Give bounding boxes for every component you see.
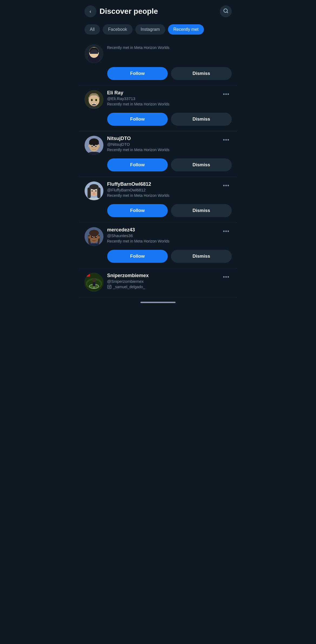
svg-point-42 xyxy=(98,236,100,239)
svg-line-1 xyxy=(227,12,228,13)
dismiss-button-nitsuj[interactable]: Dismiss xyxy=(171,158,232,171)
avatar-sniper: 🎮 xyxy=(85,273,103,292)
follow-button-eli[interactable]: Follow xyxy=(107,113,168,126)
search-button[interactable] xyxy=(220,5,232,17)
action-buttons-fluffy: Follow Dismiss xyxy=(107,204,232,217)
svg-point-40 xyxy=(96,236,96,237)
svg-point-31 xyxy=(91,190,93,192)
svg-text:🎮: 🎮 xyxy=(86,274,88,277)
follow-button-0[interactable]: Follow xyxy=(107,67,168,80)
user-name-sniper: Sniperzombiemex xyxy=(107,273,217,278)
follow-button-nitsuj[interactable]: Follow xyxy=(107,158,168,171)
svg-point-23 xyxy=(98,145,100,147)
user-info-eli: Eli Ray @Eli.Ray33713 Recently met in Me… xyxy=(107,90,217,106)
svg-point-39 xyxy=(92,236,93,237)
user-name-fluffy: FluffyBarnOwl6812 xyxy=(107,181,217,187)
user-info-nitsuj: NitsujDTO @NitsujDTO Recently met in Met… xyxy=(107,136,217,152)
user-card-header-sniper: 🎮 Sniperzombiemex @Sniperzombiemex _samu… xyxy=(85,273,232,292)
svg-point-22 xyxy=(88,145,90,147)
user-card-header-mercedez: mercedez43 @Shauntes36 Recently met in M… xyxy=(85,227,232,246)
user-context-nitsuj: Recently met in Meta Horizon Worlds xyxy=(107,148,217,152)
svg-rect-26 xyxy=(88,187,91,198)
dismiss-button-mercedez[interactable]: Dismiss xyxy=(171,250,232,263)
svg-point-28 xyxy=(89,184,99,190)
filter-tab-facebook[interactable]: Facebook xyxy=(103,24,132,35)
svg-rect-53 xyxy=(107,285,111,288)
user-card-fluffy: FluffyBarnOwl6812 @FluffyBarnOwl6812 Rec… xyxy=(79,177,237,223)
user-card-header-eli: Eli Ray @Eli.Ray33713 Recently met in Me… xyxy=(85,90,232,109)
user-info-fluffy: FluffyBarnOwl6812 @FluffyBarnOwl6812 Rec… xyxy=(107,181,217,198)
user-card-nitsuj: NitsujDTO @NitsujDTO Recently met in Met… xyxy=(79,131,237,177)
svg-point-20 xyxy=(91,145,93,147)
avatar-mercedez xyxy=(85,227,103,246)
more-button-mercedez[interactable]: ••• xyxy=(221,227,231,235)
svg-rect-27 xyxy=(97,187,100,198)
svg-point-10 xyxy=(95,99,97,101)
filter-tabs: All Facebook Instagram Recently met xyxy=(79,20,237,40)
user-info-0: Recently met in Meta Horizon Worlds xyxy=(107,44,232,50)
user-name-nitsuj: NitsujDTO xyxy=(107,136,217,141)
user-context-eli: Recently met in Meta Horizon Worlds xyxy=(107,102,217,106)
back-button[interactable]: ‹ xyxy=(85,5,96,17)
user-card-sniper: 🎮 Sniperzombiemex @Sniperzombiemex _samu… xyxy=(79,268,237,297)
svg-point-54 xyxy=(109,286,110,287)
svg-rect-12 xyxy=(92,104,94,104)
search-icon xyxy=(223,8,228,15)
user-context-mercedez: Recently met in Meta Horizon Worlds xyxy=(107,239,217,243)
more-button-nitsuj[interactable]: ••• xyxy=(221,136,231,144)
follow-button-fluffy[interactable]: Follow xyxy=(107,204,168,217)
svg-point-21 xyxy=(95,145,96,147)
user-handle-fluffy: @FluffyBarnOwl6812 xyxy=(107,188,217,192)
filter-tab-all[interactable]: All xyxy=(85,24,100,35)
user-info-sniper: Sniperzombiemex @Sniperzombiemex _samuel… xyxy=(107,273,217,289)
user-handle-nitsuj: @NitsujDTO xyxy=(107,142,217,147)
user-name-eli: Eli Ray xyxy=(107,90,217,96)
dismiss-button-fluffy[interactable]: Dismiss xyxy=(171,204,232,217)
bottom-bar xyxy=(79,297,237,307)
user-card-header-0: Recently met in Meta Horizon Worlds xyxy=(85,44,232,63)
filter-tab-recently-met[interactable]: Recently met xyxy=(168,24,204,35)
user-context-sniper: _samuel_delgado_ xyxy=(107,285,217,289)
svg-point-32 xyxy=(95,190,96,192)
user-card-mercedez: mercedez43 @Shauntes36 Recently met in M… xyxy=(79,223,237,268)
more-button-sniper[interactable]: ••• xyxy=(221,273,231,281)
more-button-fluffy[interactable]: ••• xyxy=(221,181,231,190)
chevron-left-icon: ‹ xyxy=(90,9,91,14)
svg-rect-13 xyxy=(94,104,96,104)
avatar-nitsuj xyxy=(85,136,103,155)
more-button-eli[interactable]: ••• xyxy=(221,90,231,98)
user-info-mercedez: mercedez43 @Shauntes36 Recently met in M… xyxy=(107,227,217,243)
user-card-header-fluffy: FluffyBarnOwl6812 @FluffyBarnOwl6812 Rec… xyxy=(85,181,232,200)
header: ‹ Discover people xyxy=(79,0,237,20)
user-handle-mercedez: @Shauntes36 xyxy=(107,233,217,238)
user-card-0: Recently met in Meta Horizon Worlds Foll… xyxy=(79,40,237,86)
user-card-header-nitsuj: NitsujDTO @NitsujDTO Recently met in Met… xyxy=(85,136,232,155)
svg-point-36 xyxy=(89,230,99,236)
action-buttons-nitsuj: Follow Dismiss xyxy=(107,158,232,171)
action-buttons-eli: Follow Dismiss xyxy=(107,113,232,126)
dismiss-button-eli[interactable]: Dismiss xyxy=(171,113,232,126)
avatar-eli xyxy=(85,90,103,109)
svg-rect-17 xyxy=(89,142,99,144)
page-title: Discover people xyxy=(100,7,220,16)
filter-tab-instagram[interactable]: Instagram xyxy=(135,24,165,35)
instagram-icon xyxy=(107,285,112,289)
avatar-fluffy xyxy=(85,181,103,200)
svg-point-55 xyxy=(110,286,110,286)
user-handle-eli: @Eli.Ray33713 xyxy=(107,96,217,101)
svg-point-50 xyxy=(92,278,96,282)
dismiss-button-0[interactable]: Dismiss xyxy=(171,67,232,80)
svg-point-41 xyxy=(88,236,90,239)
user-context-fluffy: Recently met in Meta Horizon Worlds xyxy=(107,193,217,198)
follow-button-mercedez[interactable]: Follow xyxy=(107,250,168,263)
user-handle-sniper: @Sniperzombiemex xyxy=(107,279,217,284)
action-buttons-0: Follow Dismiss xyxy=(107,67,232,80)
user-context-0: Recently met in Meta Horizon Worlds xyxy=(107,45,232,50)
home-indicator xyxy=(140,302,176,303)
avatar-0 xyxy=(85,44,103,63)
action-buttons-mercedez: Follow Dismiss xyxy=(107,250,232,263)
svg-point-9 xyxy=(91,99,93,101)
user-name-mercedez: mercedez43 xyxy=(107,227,217,233)
svg-point-33 xyxy=(93,192,95,193)
user-card-eli: Eli Ray @Eli.Ray33713 Recently met in Me… xyxy=(79,86,237,131)
